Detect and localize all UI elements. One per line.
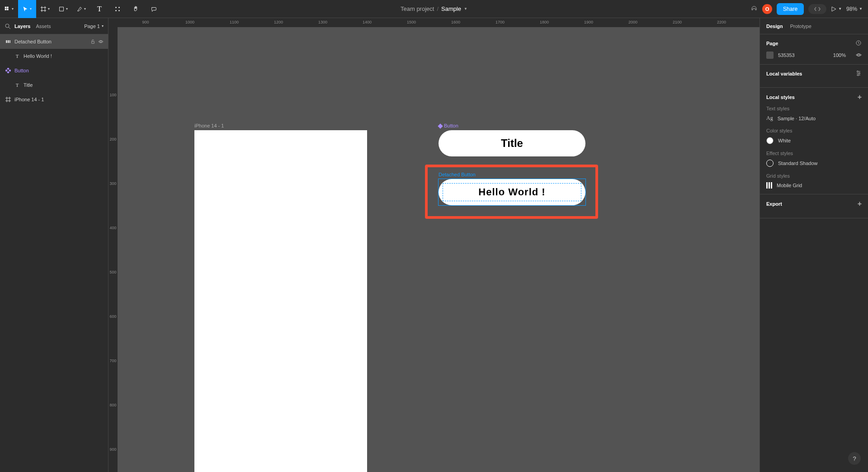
svg-point-5 bbox=[115, 7, 117, 8]
effect-style-item[interactable]: Standard Shadow bbox=[766, 160, 862, 167]
help-button[interactable]: ? bbox=[848, 452, 861, 465]
shape-tool-button[interactable]: ▼ bbox=[54, 0, 72, 18]
headphones-icon bbox=[750, 5, 758, 12]
page-section: Page 535353 100% bbox=[760, 34, 868, 65]
layer-iphone-frame[interactable]: iPhone 14 - 1 bbox=[0, 92, 108, 107]
user-avatar[interactable]: O bbox=[762, 4, 772, 14]
svg-point-9 bbox=[5, 24, 9, 28]
svg-point-22 bbox=[859, 73, 860, 74]
play-icon bbox=[831, 6, 836, 12]
unlock-icon[interactable] bbox=[90, 39, 95, 44]
svg-rect-11 bbox=[6, 40, 7, 43]
chevron-down-icon: ▼ bbox=[464, 7, 467, 11]
file-title[interactable]: Team project / Sample ▼ bbox=[401, 5, 467, 12]
svg-point-14 bbox=[100, 41, 102, 42]
component-diamond-icon bbox=[438, 123, 443, 128]
svg-rect-4 bbox=[59, 7, 63, 11]
ruler-vertical: 100 200 300 400 500 600 700 800 900 bbox=[108, 27, 118, 472]
svg-point-7 bbox=[115, 10, 117, 11]
svg-rect-2 bbox=[7, 6, 9, 8]
main-menu-button[interactable]: ▼ bbox=[0, 0, 18, 18]
resources-icon bbox=[114, 6, 121, 12]
white-swatch-icon bbox=[766, 137, 774, 144]
prototype-tab[interactable]: Prototype bbox=[790, 24, 811, 29]
autolayout-icon bbox=[5, 39, 11, 44]
search-icon[interactable] bbox=[5, 23, 11, 29]
right-panel: Design Prototype Page 535353 100% Local … bbox=[760, 18, 868, 472]
page-color-swatch[interactable] bbox=[766, 52, 774, 59]
add-style-button[interactable]: + bbox=[858, 93, 862, 101]
text-icon: T bbox=[97, 5, 102, 13]
frame-label-iphone[interactable]: iPhone 14 - 1 bbox=[194, 123, 224, 128]
svg-rect-15 bbox=[7, 68, 9, 70]
canvas[interactable]: 900 1000 1100 1200 1300 1400 1500 1600 1… bbox=[108, 18, 760, 472]
text-layer-icon: T bbox=[14, 82, 20, 88]
text-styles-label: Text styles bbox=[766, 106, 862, 111]
svg-point-6 bbox=[118, 7, 120, 8]
page-opacity-value[interactable]: 100% bbox=[833, 52, 846, 58]
page-color-value[interactable]: 535353 bbox=[778, 52, 795, 58]
frame-label-detached[interactable]: Detached Button bbox=[439, 172, 476, 177]
comment-icon bbox=[151, 6, 157, 12]
layer-detached-button[interactable]: Detached Button bbox=[0, 34, 108, 49]
cursor-icon bbox=[22, 6, 28, 12]
svg-rect-13 bbox=[9, 40, 10, 43]
text-layer-icon: T bbox=[14, 53, 20, 59]
rectangle-icon bbox=[58, 6, 65, 12]
dev-icon bbox=[814, 6, 821, 12]
variables-settings-icon[interactable] bbox=[855, 70, 862, 77]
eye-icon[interactable] bbox=[98, 39, 104, 44]
svg-point-21 bbox=[857, 71, 859, 72]
text-style-item[interactable]: Ag Sample · 12/Auto bbox=[766, 115, 862, 122]
frame-label-button[interactable]: Button bbox=[439, 123, 458, 128]
artboard-iphone[interactable] bbox=[194, 130, 367, 472]
hand-tool-button[interactable] bbox=[127, 0, 145, 18]
file-name: Sample bbox=[441, 5, 461, 12]
color-styles-label: Color styles bbox=[766, 128, 862, 133]
left-panel: Layers Assets Page 1▾ Detached Button T … bbox=[0, 18, 108, 472]
zoom-display[interactable]: 98%▼ bbox=[846, 6, 863, 12]
resources-button[interactable] bbox=[108, 0, 127, 18]
comment-tool-button[interactable] bbox=[145, 0, 163, 18]
local-styles-section: Local styles + Text styles Ag Sample · 1… bbox=[760, 88, 868, 194]
svg-line-10 bbox=[9, 27, 10, 29]
page-title: Page bbox=[766, 41, 778, 46]
canvas-stage[interactable]: iPhone 14 - 1 Button Title Detached Butt… bbox=[118, 27, 760, 472]
grid-styles-label: Grid styles bbox=[766, 173, 862, 179]
tool-group-left: ▼ ▼ ▼ ▼ ▼ T bbox=[0, 0, 163, 18]
right-panel-tabs: Design Prototype bbox=[760, 18, 868, 34]
svg-point-8 bbox=[118, 10, 120, 11]
page-selector[interactable]: Page 1▾ bbox=[84, 24, 104, 29]
frame-icon bbox=[40, 6, 47, 12]
svg-rect-12 bbox=[8, 40, 9, 43]
present-button[interactable]: ▼ bbox=[831, 6, 842, 12]
component-icon bbox=[5, 68, 11, 73]
hand-icon bbox=[132, 6, 139, 12]
layer-hello-world[interactable]: T Hello World ! bbox=[0, 49, 108, 63]
text-tool-button[interactable]: T bbox=[90, 0, 108, 18]
share-button[interactable]: Share bbox=[777, 3, 804, 15]
layer-title-text[interactable]: T Title bbox=[0, 78, 108, 92]
color-style-item[interactable]: White bbox=[766, 137, 862, 144]
local-variables-section: Local variables bbox=[760, 65, 868, 88]
dev-mode-toggle[interactable] bbox=[808, 4, 826, 14]
layers-tab[interactable]: Layers bbox=[14, 24, 30, 29]
grid-style-item[interactable]: Mobile Grid bbox=[766, 182, 862, 189]
frame-tool-button[interactable]: ▼ bbox=[36, 0, 54, 18]
canvas-button-component[interactable]: Title bbox=[439, 130, 585, 156]
layer-button-component[interactable]: Button bbox=[0, 63, 108, 78]
design-tab[interactable]: Design bbox=[766, 24, 783, 29]
audio-button[interactable] bbox=[750, 5, 758, 14]
add-export-button[interactable]: + bbox=[858, 200, 862, 208]
export-section: Export + bbox=[760, 194, 868, 218]
local-variables-title: Local variables bbox=[766, 71, 802, 76]
effect-ring-icon bbox=[766, 160, 774, 167]
visibility-toggle[interactable] bbox=[856, 52, 862, 59]
local-styles-title: Local styles bbox=[766, 94, 795, 100]
move-tool-button[interactable]: ▼ bbox=[18, 0, 36, 18]
pen-tool-button[interactable]: ▼ bbox=[72, 0, 90, 18]
pen-icon bbox=[76, 6, 83, 12]
ruler-corner bbox=[108, 18, 118, 27]
assets-tab[interactable]: Assets bbox=[36, 24, 51, 29]
page-history-icon[interactable] bbox=[855, 40, 862, 47]
